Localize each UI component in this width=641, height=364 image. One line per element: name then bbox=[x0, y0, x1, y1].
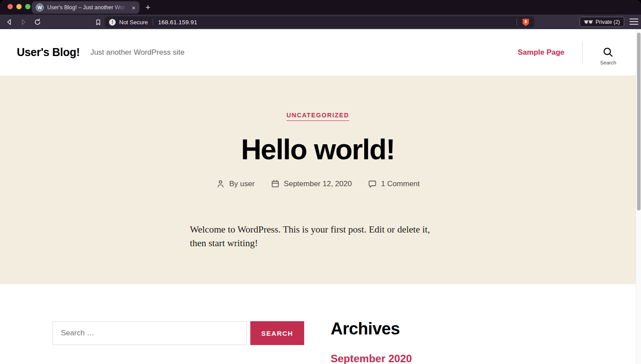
post-body-text: Welcome to WordPress. This is your first… bbox=[190, 223, 446, 250]
archives-heading: Archives bbox=[331, 319, 412, 338]
post-date-label: September 12, 2020 bbox=[284, 180, 352, 188]
footer-search-input[interactable] bbox=[53, 321, 247, 345]
forward-button[interactable] bbox=[18, 16, 29, 28]
tab-title: User's Blog! – Just another Wor bbox=[47, 4, 130, 11]
tab-close-icon[interactable]: × bbox=[132, 4, 136, 11]
back-button[interactable] bbox=[4, 16, 15, 28]
webpage-viewport: User's Blog! Just another WordPress site… bbox=[0, 29, 641, 364]
post-author[interactable]: By user bbox=[216, 179, 255, 188]
menu-icon[interactable] bbox=[630, 17, 638, 26]
window-controls bbox=[8, 4, 30, 9]
site-tagline: Just another WordPress site bbox=[90, 48, 185, 57]
close-window-button[interactable] bbox=[8, 4, 13, 9]
scrollbar-thumb[interactable] bbox=[637, 33, 641, 210]
post-comments-link[interactable]: 1 Comment bbox=[368, 179, 420, 188]
private-window-badge[interactable]: Private (2) bbox=[580, 17, 624, 27]
navigation-toolbar: ! Not Secure 168.61.159.91 Private (2) bbox=[0, 15, 641, 29]
page-scrollbar[interactable] bbox=[636, 29, 641, 364]
url-separator bbox=[153, 19, 153, 26]
url-text[interactable]: 168.61.159.91 bbox=[158, 19, 197, 26]
post-comments-label: 1 Comment bbox=[381, 180, 420, 188]
private-badge-label: Private (2) bbox=[596, 19, 620, 25]
minimize-window-button[interactable] bbox=[16, 4, 22, 9]
post-category-link[interactable]: UNCATEGORIZED bbox=[287, 112, 349, 121]
browser-tab[interactable]: W User's Blog! – Just another Wor × bbox=[32, 1, 140, 14]
footer-search-button[interactable]: SEARCH bbox=[250, 321, 304, 345]
post-title: Hello world! bbox=[0, 135, 636, 165]
author-icon bbox=[216, 179, 225, 188]
bookmark-icon[interactable] bbox=[92, 16, 104, 28]
post-hero: UNCATEGORIZED Hello world! By user Septe… bbox=[0, 75, 636, 284]
comment-icon bbox=[368, 179, 377, 188]
site-title[interactable]: User's Blog! bbox=[17, 46, 80, 59]
archives-widget: Archives September 2020 bbox=[331, 319, 412, 364]
nav-link-sample-page[interactable]: Sample Page bbox=[518, 48, 565, 57]
site-header: User's Blog! Just another WordPress site… bbox=[0, 29, 636, 75]
address-bar[interactable]: ! Not Secure 168.61.159.91 bbox=[105, 16, 534, 28]
site-footer: SEARCH Archives September 2020 bbox=[0, 284, 636, 364]
post-meta: By user September 12, 2020 1 Comment bbox=[0, 179, 636, 188]
wordpress-favicon-icon: W bbox=[36, 4, 44, 11]
tab-bar: W User's Blog! – Just another Wor × + bbox=[0, 0, 641, 15]
header-divider bbox=[582, 41, 583, 64]
not-secure-label: Not Secure bbox=[119, 19, 148, 26]
page-content: User's Blog! Just another WordPress site… bbox=[0, 29, 636, 364]
header-search-label: Search bbox=[600, 60, 616, 65]
archive-link-september-2020[interactable]: September 2020 bbox=[331, 353, 412, 364]
sunglasses-icon bbox=[584, 20, 593, 24]
not-secure-warning-icon[interactable]: ! bbox=[109, 19, 116, 26]
search-icon bbox=[603, 47, 614, 58]
post-date[interactable]: September 12, 2020 bbox=[271, 179, 352, 188]
brave-rewards-icon[interactable] bbox=[522, 18, 530, 26]
new-tab-button[interactable]: + bbox=[142, 2, 154, 13]
footer-search-widget: SEARCH bbox=[53, 321, 304, 364]
header-search-toggle[interactable]: Search bbox=[600, 47, 616, 65]
url-right-separator bbox=[517, 19, 517, 26]
zoom-window-button[interactable] bbox=[25, 4, 30, 9]
calendar-icon bbox=[271, 179, 280, 188]
post-author-label: By user bbox=[229, 180, 255, 188]
browser-window: W User's Blog! – Just another Wor × + ! … bbox=[0, 0, 641, 364]
reload-button[interactable] bbox=[32, 16, 43, 28]
